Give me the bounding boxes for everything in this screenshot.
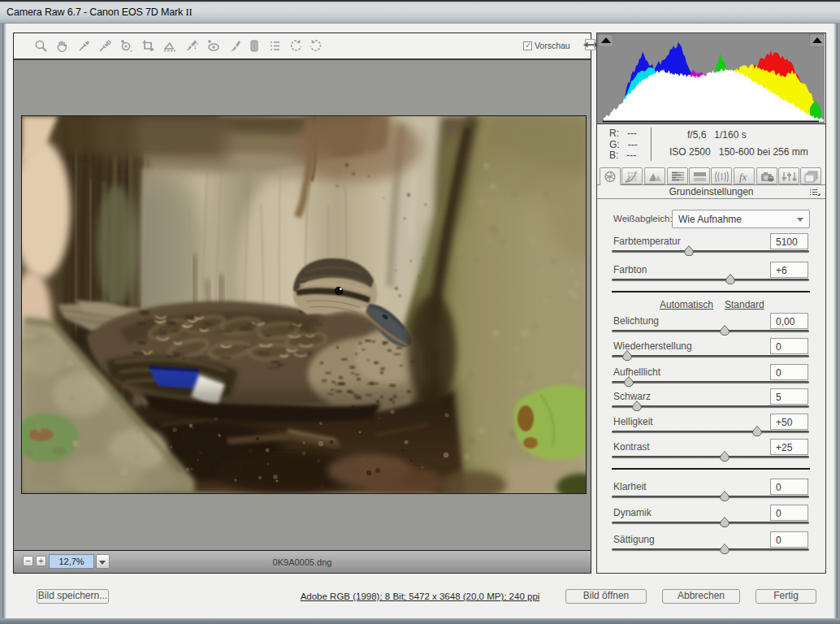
svg-text:fx: fx bbox=[739, 171, 747, 183]
